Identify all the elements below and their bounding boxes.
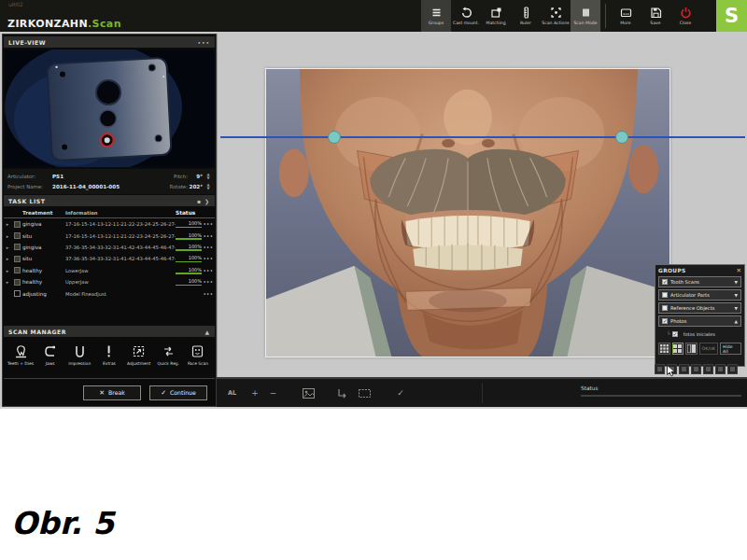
checkbox[interactable]: ✓ <box>672 331 678 337</box>
scan-chip-icon <box>11 256 22 262</box>
scan-chip-icon <box>11 232 22 239</box>
row-expander[interactable]: ▸ <box>4 221 11 227</box>
row-menu-button[interactable]: ••• <box>202 233 215 239</box>
scan-manager-title: SCAN MANAGER <box>8 329 66 335</box>
row-expander[interactable]: ▸ <box>4 256 11 261</box>
thumb-button[interactable] <box>727 364 738 374</box>
row-menu-button[interactable]: ••• <box>202 256 215 261</box>
task-row[interactable]: ▸ healthy UpperJaw 100% ••• <box>4 276 215 287</box>
thumb-button[interactable] <box>715 364 726 374</box>
checkbox[interactable]: ✓ <box>662 318 668 324</box>
adjustment-button[interactable]: Adjustment <box>125 341 153 376</box>
thumb-button[interactable] <box>691 364 701 374</box>
live-view-header: LIVE-VIEW ••• <box>4 36 215 48</box>
row-menu-button[interactable]: ••• <box>202 221 215 227</box>
task-row[interactable]: ▸ healthy LowerJaw 100% ••• <box>4 265 215 276</box>
thumb-button[interactable] <box>703 364 713 374</box>
fit-all-button[interactable]: AL <box>228 389 236 397</box>
matching-button[interactable]: Matching <box>481 0 511 32</box>
face-scan-button[interactable]: Face Scan <box>184 341 212 376</box>
task-row[interactable]: ▸ situ 37-36-35-34-33-32-31-41-42-43-44-… <box>4 253 215 264</box>
zirkonzahn-s-logo[interactable]: S <box>716 0 747 32</box>
save-button[interactable]: Save <box>641 0 670 32</box>
status-progress-track <box>581 395 741 397</box>
row-expander[interactable]: ▸ <box>4 268 11 273</box>
row-expander[interactable]: ▸ <box>4 233 11 239</box>
task-list-title: TASK LIST <box>8 198 45 204</box>
group-item-reference-objects[interactable]: Reference Objects ▼ <box>658 302 741 314</box>
alignment-handle-right[interactable] <box>615 131 628 144</box>
zoom-out-button[interactable]: − <box>270 388 277 398</box>
checkbox[interactable]: ✓ <box>662 279 668 285</box>
scan-mode-button[interactable]: Scan Mode <box>571 0 600 32</box>
scan-actions-button[interactable]: Scan Actions <box>541 0 571 32</box>
app-logo: ZIRKONZAHN.Scan <box>7 18 121 30</box>
scan-chip-icon <box>11 267 22 273</box>
chevron-down-icon[interactable]: ▼ <box>735 280 738 285</box>
pitch-stepper[interactable]: ▲▼ <box>205 173 211 179</box>
chevron-down-icon[interactable]: ▼ <box>735 306 738 311</box>
more-icon <box>620 7 632 19</box>
adjusting-checkbox[interactable] <box>11 290 22 297</box>
teeth-dies-button[interactable]: Teeth + Dies <box>7 341 35 376</box>
chevron-up-icon[interactable]: ▲ <box>735 319 738 324</box>
break-button[interactable]: ✕ Break <box>83 385 141 400</box>
rotate-view-button[interactable] <box>337 388 347 399</box>
collapse-icon[interactable]: ▲ <box>204 329 210 335</box>
continue-button[interactable]: ✓ Continue <box>149 385 207 400</box>
quad-view-button[interactable] <box>672 343 684 355</box>
window-note: uRtl2 <box>8 1 23 7</box>
task-row[interactable]: ▸ gingiva 17-16-15-14-13-12-11-21-22-23-… <box>4 218 215 230</box>
photo-view-button[interactable] <box>303 388 315 399</box>
split-view-button[interactable] <box>685 343 698 355</box>
jaws-button[interactable]: Jaws <box>36 341 64 376</box>
frame-button[interactable] <box>359 389 371 398</box>
progress-indicator: 100% <box>176 220 202 228</box>
cast-mount-button[interactable]: Cast mount. <box>451 0 481 32</box>
row-expander[interactable]: ▸ <box>4 279 11 285</box>
more-button[interactable]: More <box>611 0 641 32</box>
live-view-title: LIVE-VIEW <box>8 39 46 46</box>
ruler-button[interactable]: Ruler <box>511 0 541 32</box>
zoom-in-button[interactable]: + <box>251 388 259 398</box>
extras-button[interactable]: Extras <box>95 341 123 376</box>
row-menu-button[interactable]: ••• <box>202 268 215 273</box>
row-menu-button[interactable]: ••• <box>202 245 215 250</box>
chevron-down-icon[interactable]: ▼ <box>735 293 738 298</box>
grid-view-button[interactable] <box>658 343 670 355</box>
group-item-photos[interactable]: ✓ Photos ▲ <box>658 315 741 327</box>
face-photo-with-scan-overlay[interactable] <box>265 68 670 357</box>
row-menu-button[interactable]: ••• <box>202 291 215 297</box>
figure-caption: Obr. 5 <box>11 505 114 541</box>
alignment-handle-left[interactable] <box>328 131 341 144</box>
live-view-menu-icon[interactable]: ••• <box>197 39 210 46</box>
group-item-articulator-parts[interactable]: Articulator Parts ▼ <box>658 289 741 301</box>
apply-button[interactable]: ✓ <box>397 388 404 398</box>
groups-button[interactable]: Groups <box>421 0 451 32</box>
rotate-stepper[interactable]: ▲▼ <box>205 183 211 189</box>
row-expander[interactable]: ▸ <box>4 245 11 250</box>
wizard-footer: ✕ Break ✓ Continue <box>4 378 215 406</box>
hide-all-button[interactable]: Hide All <box>720 343 741 355</box>
left-sidebar: LIVE-VIEW ••• <box>2 34 217 407</box>
close-icon[interactable]: ✕ <box>737 267 741 274</box>
task-row[interactable]: ▸ gingiva 37-36-35-34-33-32-31-41-42-43-… <box>4 242 215 253</box>
main-viewport[interactable]: GROUPS ✕ ✓ Tooth Scans ▼ Articulator Par… <box>217 34 747 377</box>
close-button[interactable]: Close <box>670 0 700 32</box>
task-list-header-icons[interactable]: ▪ ❯ <box>197 198 210 204</box>
group-child-fotos-iniciales[interactable]: └ ✓ fotos iniciales <box>658 329 741 339</box>
project-name-value: 2016-11-04_00001-005 <box>52 184 120 189</box>
group-item-tooth-scans[interactable]: ✓ Tooth Scans ▼ <box>658 276 741 287</box>
quick-reg-button[interactable]: Quick Reg. <box>154 341 182 376</box>
row-menu-button[interactable]: ••• <box>202 279 215 285</box>
thumb-button[interactable] <box>655 364 665 374</box>
task-table-header-row: Treatment Information Status <box>4 208 215 218</box>
checkbox[interactable] <box>662 305 668 311</box>
thumb-button[interactable] <box>679 364 689 374</box>
impression-button[interactable]: Impression <box>65 341 93 376</box>
task-row[interactable]: adjusting Model Fineadjust ••• <box>4 287 215 299</box>
task-row[interactable]: ▸ situ 17-16-15-14-13-12-11-21-22-23-24-… <box>4 230 215 241</box>
ok-uk-button[interactable]: OK/UK <box>699 343 719 355</box>
alignment-line[interactable] <box>220 136 745 138</box>
checkbox[interactable] <box>662 292 668 298</box>
